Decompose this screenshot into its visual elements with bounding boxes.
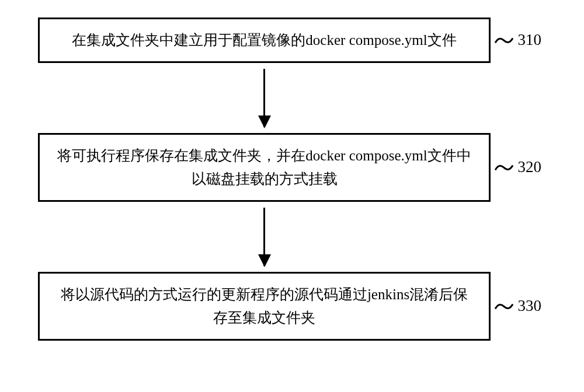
arrow-down-icon [263, 208, 265, 266]
step-1-text: 在集成文件夹中建立用于配置镜像的docker compose.yml文件 [72, 29, 456, 52]
step-3-text: 将以源代码的方式运行的更新程序的源代码通过jenkins混淆后保存至集成文件夹 [57, 283, 471, 330]
step-2-label: 320 [495, 155, 542, 180]
arrow-1-container [38, 63, 491, 133]
flowchart-step-1: 在集成文件夹中建立用于配置镜像的docker compose.yml文件 310 [38, 18, 491, 63]
connector-tilde-icon [495, 300, 513, 312]
connector-tilde-icon [495, 34, 513, 46]
step-3-label: 330 [495, 293, 542, 318]
arrow-2-container [38, 202, 491, 272]
step-3-label-number: 330 [518, 293, 542, 318]
step-2-label-number: 320 [518, 155, 542, 180]
flowchart-step-2: 将可执行程序保存在集成文件夹，并在docker compose.yml文件中以磁… [38, 133, 491, 202]
step-2-text: 将可执行程序保存在集成文件夹，并在docker compose.yml文件中以磁… [57, 144, 471, 191]
flowchart-step-3: 将以源代码的方式运行的更新程序的源代码通过jenkins混淆后保存至集成文件夹 … [38, 272, 491, 341]
step-1-label-number: 310 [518, 27, 542, 52]
flowchart-container: 在集成文件夹中建立用于配置镜像的docker compose.yml文件 310… [38, 18, 546, 341]
step-1-label: 310 [495, 27, 542, 52]
connector-tilde-icon [495, 162, 513, 173]
arrow-down-icon [263, 69, 265, 127]
